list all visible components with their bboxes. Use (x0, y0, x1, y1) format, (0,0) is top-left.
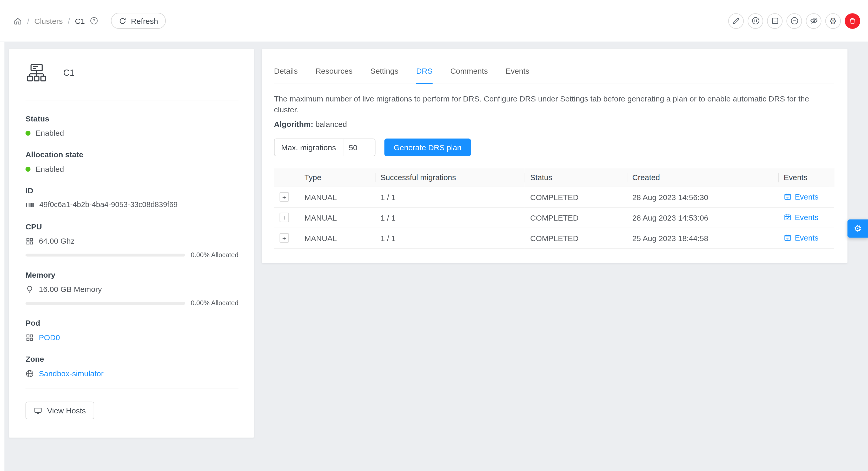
gear-icon: ⚙ (854, 223, 862, 234)
calendar-icon (783, 213, 792, 221)
field-label: Memory (26, 270, 239, 280)
max-migrations-input[interactable] (343, 139, 375, 156)
divider (26, 388, 239, 388)
view-hosts-label: View Hosts (47, 406, 86, 415)
pod-link[interactable]: POD0 (39, 332, 60, 343)
field-pod: Pod POD0 (26, 318, 239, 343)
field-label: Pod (26, 318, 239, 328)
info-fields: Status Enabled Allocation state Enabled … (26, 114, 239, 379)
breadcrumb-separator: / (27, 16, 29, 25)
table-row: + MANUAL 1 / 1 COMPLETED 25 Aug 2023 18:… (274, 228, 834, 248)
breadcrumb: / Clusters / C1 ? Refresh (13, 13, 166, 29)
algorithm-label: Algorithm: (274, 120, 313, 129)
tab-settings[interactable]: Settings (370, 59, 398, 84)
tab-comments[interactable]: Comments (450, 59, 488, 84)
tab-drs[interactable]: DRS (416, 59, 433, 84)
expand-row-button[interactable]: + (280, 213, 289, 222)
disable-cluster-button[interactable] (748, 13, 763, 29)
row-events-link[interactable]: Events (783, 192, 818, 201)
cpu-progress: 0.00% Allocated (26, 251, 239, 259)
content: C1 Status Enabled Allocation state Enabl… (0, 42, 868, 438)
tab-events[interactable]: Events (505, 59, 529, 84)
svg-text:?: ? (93, 19, 95, 23)
eye-slash-button[interactable] (806, 13, 822, 29)
cell-status: COMPLETED (525, 207, 627, 228)
home-icon[interactable] (13, 16, 22, 25)
generate-drs-plan-button[interactable]: Generate DRS plan (384, 139, 471, 156)
detail-card: Details Resources Settings DRS Comments … (262, 49, 847, 263)
disable-oobm-button[interactable] (786, 13, 802, 29)
unmanage-cluster-button[interactable] (767, 13, 782, 29)
column-header-created: Created (627, 168, 778, 187)
pause-circle-icon (751, 16, 760, 25)
status-dot (26, 131, 30, 135)
delete-button[interactable] (845, 13, 860, 29)
edit-icon (732, 16, 740, 25)
algorithm-value: balanced (315, 120, 347, 129)
field-memory: Memory 16.00 GB Memory 0.00% Allocated (26, 270, 239, 307)
top-bar: / Clusters / C1 ? Refresh (0, 0, 868, 42)
tab-resources[interactable]: Resources (315, 59, 352, 84)
refresh-button[interactable]: Refresh (111, 13, 166, 29)
breadcrumb-current: C1 (75, 16, 85, 25)
globe-icon (26, 369, 34, 378)
tab-details[interactable]: Details (274, 59, 298, 84)
expand-row-button[interactable]: + (280, 233, 289, 243)
field-label: Status (26, 114, 239, 124)
cell-type: MANUAL (299, 187, 375, 207)
max-migrations-group: Max. migrations (274, 139, 375, 156)
events-link-label: Events (795, 233, 818, 242)
view-hosts-button[interactable]: View Hosts (26, 402, 94, 419)
field-label: Allocation state (26, 149, 239, 159)
cell-type: MANUAL (299, 228, 375, 248)
expand-row-button[interactable]: + (280, 192, 289, 202)
breadcrumb-clusters[interactable]: Clusters (34, 16, 63, 25)
help-icon[interactable]: ? (90, 16, 98, 25)
table-row: + MANUAL 1 / 1 COMPLETED 28 Aug 2023 14:… (274, 207, 834, 228)
table-row: + MANUAL 1 / 1 COMPLETED 28 Aug 2023 14:… (274, 187, 834, 207)
field-status: Status Enabled (26, 114, 239, 139)
minus-circle-icon (790, 16, 798, 25)
drs-plans-table: Type Successful migrations Status Create… (274, 168, 834, 248)
configure-button[interactable]: ⚙ (826, 13, 841, 29)
events-link-label: Events (795, 212, 818, 221)
zone-link[interactable]: Sandbox-simulator (39, 368, 103, 379)
pod-grid-icon (26, 333, 34, 341)
row-events-link[interactable]: Events (783, 212, 818, 221)
resource-title: C1 (63, 68, 74, 78)
cell-status: COMPLETED (525, 187, 627, 207)
id-value: 49f0c6a1-4b2b-4ba4-9053-33c08d839f69 (39, 200, 178, 211)
drs-controls: Max. migrations Generate DRS plan (274, 139, 834, 156)
field-label: Zone (26, 354, 239, 364)
field-allocation-state: Allocation state Enabled (26, 149, 239, 174)
row-events-link[interactable]: Events (783, 233, 818, 242)
unmanage-square-icon (771, 16, 779, 25)
settings-drawer-button[interactable]: ⚙ (847, 219, 868, 237)
column-header-events: Events (778, 168, 834, 187)
cell-created: 25 Aug 2023 18:44:58 (627, 228, 778, 248)
barcode-icon (26, 201, 34, 209)
cpu-value: 64.00 Ghz (39, 235, 74, 246)
memory-progress: 0.00% Allocated (26, 299, 239, 307)
resource-info-card: C1 Status Enabled Allocation state Enabl… (9, 49, 254, 438)
calendar-icon (783, 234, 792, 241)
gear-icon: ⚙ (829, 16, 837, 25)
allocation-value: Enabled (36, 164, 64, 175)
left-edge-strip (0, 0, 4, 471)
field-id: ID 49f0c6a1-4b2b-4ba4-9053-33c08d839f69 (26, 186, 239, 210)
memory-value: 16.00 GB Memory (39, 283, 102, 295)
field-zone: Zone Sandbox-simulator (26, 354, 239, 379)
drs-description: The maximum number of live migrations to… (274, 93, 834, 115)
drs-algorithm: Algorithm: balanced (274, 120, 834, 129)
refresh-icon (119, 17, 126, 25)
table-header-row: Type Successful migrations Status Create… (274, 168, 834, 187)
edit-button[interactable] (728, 13, 744, 29)
field-label: ID (26, 186, 239, 195)
column-header-type: Type (299, 168, 375, 187)
trash-icon (848, 17, 856, 25)
refresh-label: Refresh (131, 16, 158, 25)
expand-column-header (274, 168, 299, 187)
memory-allocated-label: 0.00% Allocated (191, 299, 239, 307)
cpu-grid-icon (26, 237, 34, 245)
field-cpu: CPU 64.00 Ghz 0.00% Allocated (26, 222, 239, 259)
